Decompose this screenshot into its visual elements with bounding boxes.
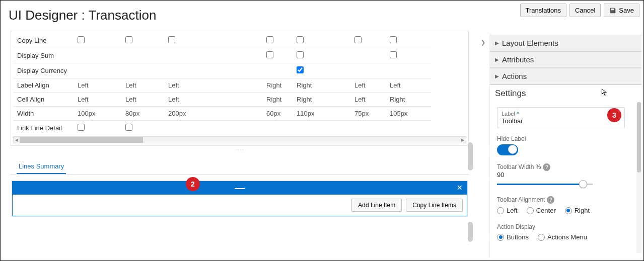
table-cell: Left (121, 78, 164, 93)
action-display-label: Action Display (497, 223, 634, 230)
copy-line-checkbox[interactable] (297, 36, 304, 43)
table-cell (293, 48, 338, 63)
add-line-item-button[interactable]: Add Line Item (351, 199, 402, 212)
scrollbar-thumb[interactable] (20, 137, 143, 143)
panel-collapse-toggle[interactable]: ❯ (480, 37, 486, 47)
alignment-radio-right[interactable]: Right (565, 207, 590, 214)
label-input[interactable]: Label * Toolbar (497, 107, 625, 128)
display-sum-checkbox[interactable] (266, 51, 273, 58)
copy-line-checkbox[interactable] (125, 36, 132, 43)
section-settings-label: Settings (495, 89, 526, 98)
resize-handle[interactable]: ⋯⋯ (6, 146, 474, 152)
scroll-right-arrow[interactable]: ▶ (460, 138, 466, 142)
toolbar-header-selected[interactable]: — ✕ (12, 181, 467, 194)
table-cell (338, 63, 350, 78)
table-cell: Width (13, 107, 74, 121)
table-cell (121, 48, 164, 63)
save-icon (609, 7, 616, 14)
display-sum-checkbox[interactable] (390, 51, 397, 58)
help-icon[interactable]: ? (547, 196, 554, 204)
cancel-button[interactable]: Cancel (569, 4, 601, 17)
table-cell (350, 121, 386, 136)
copy-line-checkbox[interactable] (266, 36, 273, 43)
toolbar-width-label: Toolbar Width % (497, 163, 541, 170)
table-cell (386, 63, 431, 78)
table-cell (338, 33, 350, 48)
table-cell: Right (262, 78, 293, 93)
label-field-label: Label (502, 111, 515, 117)
section-actions[interactable]: ▶Actions (490, 68, 641, 84)
table-cell: 100px (74, 107, 121, 121)
table-cell: Link Line Detail (13, 121, 74, 136)
table-cell (74, 33, 121, 48)
vertical-scrollbar-main[interactable] (468, 142, 473, 170)
translations-button[interactable]: Translations (520, 4, 566, 17)
callout-3: 3 (607, 108, 621, 122)
table-cell (338, 78, 350, 93)
table-cell (121, 121, 164, 136)
link-line-detail-checkbox[interactable] (78, 124, 85, 131)
scroll-left-arrow[interactable]: ◀ (14, 138, 20, 142)
table-cell: Left (121, 93, 164, 107)
alignment-radio-left[interactable]: Left (497, 207, 518, 214)
table-cell (293, 33, 338, 48)
table-cell: Left (74, 78, 121, 93)
slider-thumb[interactable] (579, 180, 587, 188)
table-cell: Left (350, 93, 386, 107)
copy-line-checkbox[interactable] (354, 36, 362, 43)
table-cell (350, 33, 386, 48)
table-cell: Left (74, 93, 121, 107)
table-cell (338, 121, 350, 136)
section-attributes[interactable]: ▶Attributes (490, 51, 641, 68)
vertical-scrollbar-summary[interactable] (468, 222, 473, 242)
table-cell (386, 121, 431, 136)
table-cell (74, 48, 121, 63)
display-currency-checkbox[interactable] (297, 66, 304, 73)
table-cell (121, 63, 164, 78)
help-icon[interactable]: ? (543, 163, 550, 171)
table-cell: Display Currency (13, 63, 74, 78)
horizontal-scrollbar[interactable]: ◀ ▶ (13, 136, 466, 143)
tab-lines-summary[interactable]: Lines Summary (17, 159, 66, 174)
table-row: Width100px80px200px60px110px75px105px (13, 107, 431, 121)
section-layout-elements-label: Layout Elements (502, 39, 558, 47)
table-cell (164, 121, 262, 136)
copy-line-checkbox[interactable] (390, 36, 397, 43)
table-cell: Right (262, 93, 293, 107)
hide-label-toggle[interactable] (497, 144, 518, 155)
close-icon[interactable]: ✕ (457, 184, 463, 192)
save-button[interactable]: Save (604, 4, 639, 17)
right-panel: ▶Layout Elements ▶Attributes ▶Actions Se… (489, 35, 641, 258)
toolbar-alignment-label: Toolbar Alignment (497, 196, 545, 203)
table-cell (121, 33, 164, 48)
alignment-radio-center[interactable]: Center (527, 207, 556, 214)
action-display-radio-buttons[interactable]: Buttons (497, 233, 529, 241)
properties-grid: Copy LineDisplay SumDisplay CurrencyLabe… (13, 33, 466, 143)
action-display-radio-menu[interactable]: Actions Menu (538, 233, 587, 241)
table-cell (350, 48, 386, 63)
required-asterisk: * (517, 111, 519, 117)
toolbar-width-slider[interactable] (497, 184, 593, 185)
table-cell (74, 63, 121, 78)
hide-label-label: Hide Label (497, 135, 634, 142)
table-cell: Right (293, 78, 338, 93)
section-layout-elements[interactable]: ▶Layout Elements (490, 35, 641, 51)
table-row: Display Currency (13, 63, 431, 78)
section-actions-label: Actions (502, 72, 527, 80)
collapse-icon[interactable]: — (235, 182, 245, 194)
table-cell (262, 63, 293, 78)
table-cell: Display Sum (13, 48, 74, 63)
table-row: Cell AlignLeftLeftLeftRightRightLeftRigh… (13, 93, 431, 107)
copy-line-items-button[interactable]: Copy Line Items (406, 199, 463, 212)
display-sum-checkbox[interactable] (297, 51, 304, 58)
chevron-right-icon: ▶ (495, 57, 499, 62)
table-cell (164, 63, 262, 78)
table-cell: Left (164, 78, 262, 93)
link-line-detail-checkbox[interactable] (125, 124, 132, 131)
copy-line-checkbox[interactable] (168, 36, 175, 43)
table-row: Link Line Detail (13, 121, 431, 136)
settings-scrollbar[interactable] (636, 102, 641, 253)
table-cell: Left (350, 78, 386, 93)
table-cell: 60px (262, 107, 293, 121)
copy-line-checkbox[interactable] (78, 36, 85, 43)
